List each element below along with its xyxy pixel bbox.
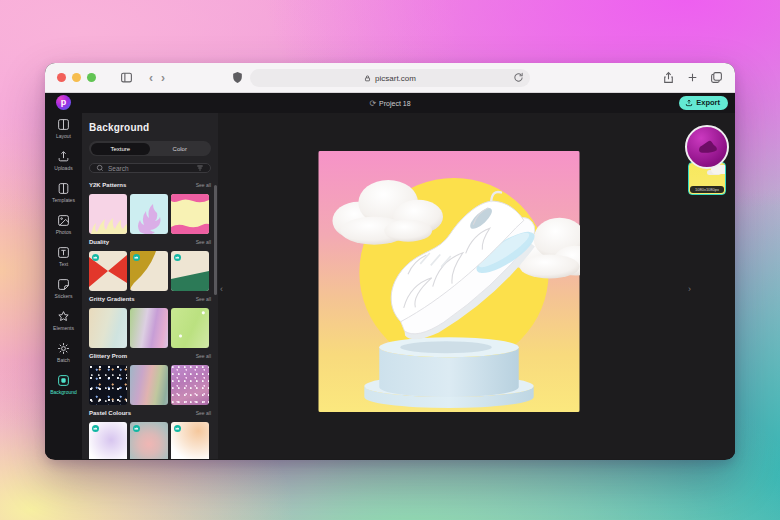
tool-rail: Layout Uploads Templates Photos [45, 113, 82, 459]
texture-thumb-gritty-1[interactable] [89, 308, 127, 348]
texture-thumb-duality-1[interactable] [89, 251, 127, 291]
see-all-button[interactable]: See all [196, 182, 211, 188]
texture-thumb-gritty-2[interactable] [130, 308, 168, 348]
section-y2k-patterns: Y2K Patterns See all [89, 182, 211, 234]
search-icon [96, 164, 104, 172]
premium-badge-icon [174, 425, 181, 432]
export-icon [685, 99, 693, 107]
texture-thumb-glitter-1[interactable] [89, 365, 127, 405]
share-icon[interactable] [662, 71, 675, 84]
texture-thumb-y2k-3[interactable] [171, 194, 209, 234]
texture-thumb-duality-2[interactable] [130, 251, 168, 291]
lock-icon [364, 75, 371, 82]
editor-header: p ⟳Project 18 Export [45, 93, 735, 113]
see-all-button[interactable]: See all [196, 296, 211, 302]
url-text: picsart.com [375, 74, 416, 83]
see-all-button[interactable]: See all [196, 410, 211, 416]
section-glittery-prom: Glittery Prom See all [89, 353, 211, 405]
section-pastel-colours: Pastel Colours See all [89, 410, 211, 459]
reload-icon[interactable] [513, 72, 524, 83]
texture-thumb-y2k-1[interactable] [89, 194, 127, 234]
sidebar-toggle-icon[interactable] [120, 71, 133, 84]
flame-art [171, 194, 209, 234]
project-title[interactable]: Project 18 [379, 100, 411, 107]
pedestal [364, 337, 533, 408]
texture-thumb-glitter-2[interactable] [130, 365, 168, 405]
sidebar-item-uploads[interactable]: Uploads [47, 150, 81, 171]
sidebar-item-templates[interactable]: Templates [47, 182, 81, 203]
flame-art [130, 194, 168, 234]
sync-icon: ⟳ [369, 99, 376, 108]
background-icon [57, 374, 70, 387]
filter-icon[interactable] [196, 164, 204, 172]
texture-thumb-pastel-3[interactable] [171, 422, 209, 459]
panel-scrollbar[interactable] [214, 185, 217, 295]
expand-panel-handle[interactable]: › [688, 285, 691, 294]
premium-badge-icon [133, 425, 140, 432]
star-icon [57, 310, 70, 323]
premium-badge-icon [92, 254, 99, 261]
collapse-panel-handle[interactable]: ‹ [220, 285, 223, 294]
back-button[interactable]: ‹ [145, 72, 157, 84]
tab-color[interactable]: Color [150, 143, 210, 155]
tab-texture[interactable]: Texture [91, 143, 151, 155]
export-button[interactable]: Export [679, 96, 728, 110]
new-tab-icon[interactable] [686, 71, 699, 84]
premium-badge-icon [133, 254, 140, 261]
section-gritty-gradients: Gritty Gradients See all [89, 296, 211, 348]
forward-button[interactable]: › [157, 72, 169, 84]
background-panel: Background Texture Color [82, 113, 218, 459]
canvas-artboard[interactable] [318, 151, 580, 412]
layer-shoe-thumbnail[interactable] [685, 125, 729, 169]
sidebar-item-photos[interactable]: Photos [47, 214, 81, 235]
stickers-icon [57, 278, 70, 291]
sidebar-item-background[interactable]: Background [47, 374, 81, 395]
see-all-button[interactable]: See all [196, 239, 211, 245]
sidebar-item-stickers[interactable]: Stickers [47, 278, 81, 299]
sidebar-item-layout[interactable]: Layout [47, 118, 81, 139]
section-duality: Duality See all [89, 239, 211, 291]
premium-badge-icon [174, 254, 181, 261]
see-all-button[interactable]: See all [196, 353, 211, 359]
texture-thumb-pastel-1[interactable] [89, 422, 127, 459]
canvas-artwork [318, 151, 580, 412]
sidebar-item-text[interactable]: Text [47, 246, 81, 267]
texture-thumb-glitter-3[interactable] [171, 365, 209, 405]
picsart-editor: p ⟳Project 18 Export Layout [45, 93, 735, 459]
traffic-lights [57, 73, 96, 82]
search-input[interactable] [108, 165, 192, 172]
project-title-wrap: ⟳Project 18 [45, 99, 735, 108]
search-bar[interactable] [89, 163, 211, 173]
texture-thumb-y2k-2[interactable] [130, 194, 168, 234]
premium-badge-icon [92, 425, 99, 432]
texture-thumb-duality-3[interactable] [171, 251, 209, 291]
photos-icon [57, 214, 70, 227]
flame-art [89, 194, 127, 234]
browser-window: ‹ › picsart.com [45, 63, 735, 460]
browser-chrome: ‹ › picsart.com [45, 63, 735, 93]
canvas-size-badge: 1080x1080px [690, 186, 724, 193]
layers-bar: 1080x1080px [683, 125, 731, 195]
text-icon [57, 246, 70, 259]
zoom-window-button[interactable] [87, 73, 96, 82]
close-window-button[interactable] [57, 73, 66, 82]
privacy-shield-icon[interactable] [231, 71, 244, 84]
sidebar-item-elements[interactable]: Elements [47, 310, 81, 331]
url-bar[interactable]: picsart.com [250, 69, 530, 87]
sidebar-item-batch[interactable]: Batch [47, 342, 81, 363]
layout-icon [57, 118, 70, 131]
minimize-window-button[interactable] [72, 73, 81, 82]
tab-overview-icon[interactable] [710, 71, 723, 84]
texture-thumb-gritty-3[interactable] [171, 308, 209, 348]
panel-title: Background [89, 122, 211, 133]
canvas-area: ‹ › [218, 113, 735, 459]
batch-icon [57, 342, 70, 355]
desktop-background: ‹ › picsart.com [0, 0, 780, 520]
upload-icon [57, 150, 70, 163]
templates-icon [57, 182, 70, 195]
texture-thumb-pastel-2[interactable] [130, 422, 168, 459]
texture-color-tabs: Texture Color [89, 141, 211, 156]
shoe-silhouette-icon [694, 134, 720, 160]
